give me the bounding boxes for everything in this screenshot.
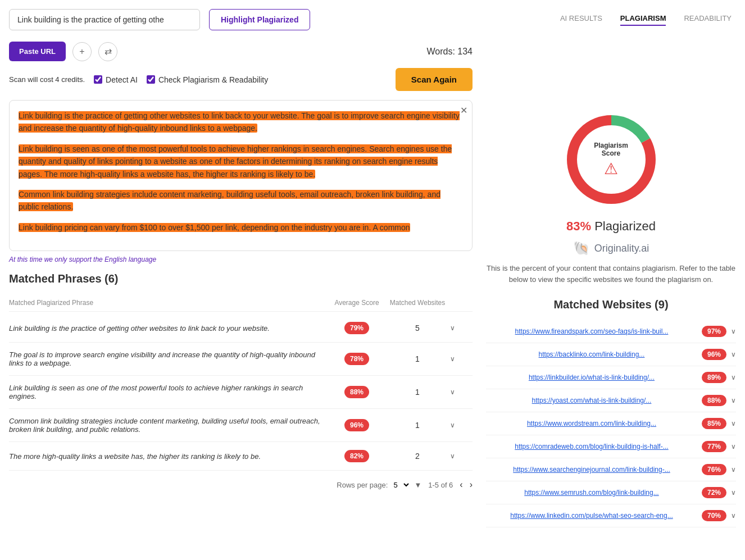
website-row: https://www.semrush.com/blog/link-buildi… [486, 481, 736, 504]
highlight-plagiarized-button[interactable]: Highlight Plagiarized [209, 9, 310, 30]
phrase-score: 82% [329, 450, 385, 462]
matched-phrases-title: Matched Phrases (6) [9, 272, 473, 285]
plagiarism-score-section: Plagiarism Score ⚠ 83% Plagiarized 🐚 Ori… [486, 100, 736, 536]
score-pct: 83% [566, 219, 591, 233]
expand-row-button[interactable]: ∨ [450, 355, 473, 363]
pagination-prev-button[interactable]: ‹ [460, 480, 462, 490]
websites-list: https://www.fireandspark.com/seo-faqs/is… [486, 320, 736, 527]
detect-ai-label: Detect AI [106, 75, 138, 84]
website-row: https://www.linkedin.com/pulse/what-seo-… [486, 504, 736, 527]
pagination-next-button[interactable]: › [470, 480, 473, 490]
website-row: https://www.wordstream.com/link-building… [486, 412, 736, 435]
scan-again-button[interactable]: Scan Again [396, 68, 473, 91]
website-expand-button[interactable]: ∨ [731, 512, 736, 520]
website-row: https://comradeweb.com/blog/link-buildin… [486, 435, 736, 458]
plagiarized-label: Plagiarized [594, 219, 656, 233]
matched-count: 2 [389, 452, 446, 461]
score-badge: 78% [344, 353, 369, 365]
table-row: The more high-quality links a website ha… [9, 442, 473, 471]
website-score-badge: 72% [702, 487, 726, 498]
phrase-score: 88% [329, 386, 385, 398]
col-header-phrase: Matched Plagiarized Phrase [9, 299, 324, 307]
matched-count: 1 [389, 421, 446, 430]
tab-plagiarism[interactable]: PLAGIARISM [620, 14, 666, 26]
website-row: https://backlinko.com/link-building... 9… [486, 343, 736, 366]
website-expand-button[interactable]: ∨ [731, 466, 736, 474]
website-link[interactable]: https://www.linkedin.com/pulse/what-seo-… [486, 512, 697, 520]
matched-count: 1 [389, 354, 446, 363]
content-input[interactable] [9, 9, 200, 30]
website-score-badge: 85% [702, 418, 726, 429]
website-expand-button[interactable]: ∨ [731, 420, 736, 427]
tab-ai-results[interactable]: AI RESULTS [560, 14, 602, 26]
matched-count: 1 [389, 388, 446, 397]
originality-logo: 🐚 Originality.ai [486, 240, 736, 256]
website-link[interactable]: https://www.semrush.com/blog/link-buildi… [486, 489, 697, 497]
rows-per-page-select[interactable]: 5 10 25 [391, 480, 411, 490]
check-plagiarism-checkbox[interactable] [147, 75, 155, 84]
website-link[interactable]: https://www.searchenginejournal.com/link… [486, 466, 697, 474]
content-display-area: ✕ Link building is the practice of getti… [9, 100, 473, 251]
website-score-badge: 70% [702, 510, 726, 521]
website-row: https://www.fireandspark.com/seo-faqs/is… [486, 320, 736, 343]
website-score-badge: 97% [702, 326, 726, 337]
plus-icon: + [79, 47, 84, 57]
website-expand-button[interactable]: ∨ [731, 374, 736, 381]
phrase-text: Link building is seen as one of the most… [9, 384, 324, 400]
website-expand-button[interactable]: ∨ [731, 443, 736, 450]
website-link[interactable]: https://backlinko.com/link-building... [486, 350, 697, 358]
score-badge: 79% [344, 322, 369, 334]
phrase-text: The goal is to improve search engine vis… [9, 350, 324, 367]
scan-cost-label: Scan will cost 4 credits. [9, 75, 85, 84]
table-row: The goal is to improve search engine vis… [9, 343, 473, 376]
detect-ai-checkbox-group: Detect AI [94, 75, 138, 84]
score-percentage-text: 83% Plagiarized [486, 219, 736, 234]
rows-per-page-selector[interactable]: Rows per page: 5 10 25 ▼ [337, 480, 421, 490]
website-expand-button[interactable]: ∨ [731, 350, 736, 358]
website-score-badge: 77% [702, 441, 726, 452]
col-header-expand [450, 299, 473, 307]
phrase-score: 79% [329, 322, 385, 334]
close-button[interactable]: ✕ [460, 105, 467, 116]
website-link[interactable]: https://linkbuilder.io/what-is-link-buil… [486, 374, 697, 381]
phrase-text: Link building is the practice of getting… [9, 324, 324, 333]
website-link[interactable]: https://www.wordstream.com/link-building… [486, 420, 697, 427]
website-expand-button[interactable]: ∨ [731, 489, 736, 497]
score-badge: 82% [344, 450, 369, 462]
col-header-score: Average Score [329, 299, 385, 307]
score-description: This is the percent of your content that… [486, 263, 736, 285]
expand-row-button[interactable]: ∨ [450, 452, 473, 460]
expand-row-button[interactable]: ∨ [450, 421, 473, 429]
matched-websites-title: Matched Websites (9) [486, 298, 736, 311]
donut-label: Plagiarism Score [586, 142, 637, 157]
share-button[interactable]: ⇄ [98, 42, 117, 61]
paragraph-1: Link building is the practice of getting… [19, 110, 463, 135]
expand-row-button[interactable]: ∨ [450, 388, 473, 396]
table-row: Common link building strategies include … [9, 409, 473, 442]
website-score-badge: 88% [702, 395, 726, 406]
phrase-text: Common link building strategies include … [9, 417, 324, 434]
score-badge: 88% [344, 386, 369, 398]
pagination-bar: Rows per page: 5 10 25 ▼ 1-5 of 6 ‹ › [9, 480, 473, 490]
dropdown-chevron-icon: ▼ [414, 481, 421, 489]
website-row: https://yoast.com/what-is-link-building/… [486, 389, 736, 412]
website-link[interactable]: https://yoast.com/what-is-link-building/… [486, 397, 697, 404]
table-row: Link building is seen as one of the most… [9, 376, 473, 409]
english-only-note: At this time we only support the English… [9, 256, 473, 263]
words-count: Words: 134 [426, 47, 473, 57]
website-expand-button[interactable]: ∨ [731, 397, 736, 404]
detect-ai-checkbox[interactable] [94, 75, 102, 84]
website-expand-button[interactable]: ∨ [731, 327, 736, 335]
website-link[interactable]: https://www.fireandspark.com/seo-faqs/is… [486, 327, 697, 335]
logo-icon: 🐚 [573, 240, 590, 256]
phrase-score: 78% [329, 353, 385, 365]
paragraph-3: Common link building strategies include … [19, 188, 463, 213]
website-score-badge: 76% [702, 464, 726, 475]
expand-row-button[interactable]: ∨ [450, 324, 473, 332]
paste-url-button[interactable]: Paste URL [9, 42, 66, 61]
add-button[interactable]: + [72, 42, 92, 61]
share-icon: ⇄ [105, 46, 112, 57]
score-badge: 96% [344, 419, 369, 431]
website-link[interactable]: https://comradeweb.com/blog/link-buildin… [486, 443, 697, 450]
tab-readability[interactable]: READABILITY [684, 14, 732, 26]
